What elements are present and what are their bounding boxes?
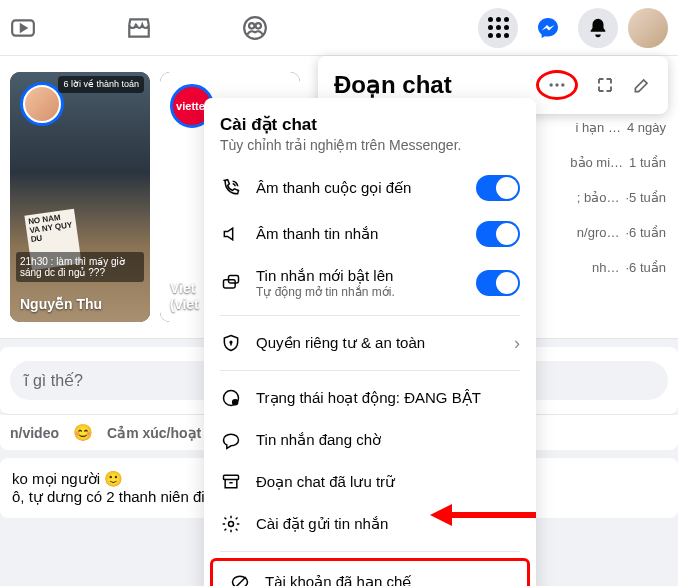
watch-icon[interactable] — [10, 15, 36, 41]
expand-icon[interactable] — [596, 76, 614, 94]
composer-video[interactable]: n/video — [10, 425, 59, 441]
setting-active-status[interactable]: Trạng thái hoạt động: ĐANG BẬT — [204, 377, 536, 419]
svg-point-11 — [233, 400, 238, 405]
topbar — [0, 0, 678, 56]
setting-archived[interactable]: Đoạn chat đã lưu trữ — [204, 461, 536, 503]
annotation-arrow-icon — [428, 498, 538, 532]
setting-label: Trạng thái hoạt động: ĐANG BẬT — [256, 389, 520, 407]
chat-options-button[interactable] — [536, 70, 578, 100]
svg-point-2 — [249, 23, 254, 28]
chat-title: Đoạn chat — [334, 71, 536, 99]
chevron-right-icon: › — [514, 333, 520, 354]
svg-point-3 — [256, 23, 261, 28]
chat-icon — [220, 429, 242, 451]
popup-icon — [220, 272, 242, 294]
setting-label: Âm thanh tin nhắn — [256, 225, 462, 243]
setting-restricted-accounts[interactable]: Tài khoản đã hạn chế — [213, 561, 527, 586]
setting-label: Tài khoản đã hạn chế — [265, 573, 511, 586]
setting-privacy[interactable]: Quyền riêng tư & an toàn › — [204, 322, 536, 364]
svg-marker-18 — [430, 504, 452, 526]
divider — [220, 370, 520, 371]
story-avatar-ring — [20, 82, 64, 126]
menu-button[interactable] — [478, 8, 518, 48]
restricted-icon — [229, 571, 251, 586]
story-overlay-text: 21h30 : làm thì mấy giờ sáng dc đi ngủ ?… — [16, 252, 144, 282]
story-author: Nguyễn Thu — [20, 296, 102, 312]
divider — [220, 315, 520, 316]
svg-line-14 — [235, 577, 246, 586]
settings-subtitle: Tùy chỉnh trải nghiệm trên Messenger. — [220, 137, 520, 153]
profile-avatar[interactable] — [628, 8, 668, 48]
svg-point-1 — [244, 17, 266, 39]
compose-icon[interactable] — [632, 75, 652, 95]
setting-label: Đoạn chat đã lưu trữ — [256, 473, 520, 491]
story-badge: 6 lời về thành toán — [58, 76, 144, 93]
svg-rect-7 — [224, 280, 236, 288]
archive-icon — [220, 471, 242, 493]
setting-label: Tin nhắn mới bật lên — [256, 267, 462, 285]
svg-rect-12 — [224, 475, 239, 479]
marketplace-icon[interactable] — [126, 15, 152, 41]
speaker-icon — [220, 223, 242, 245]
setting-sublabel: Tự động mở tin nhắn mới. — [256, 285, 462, 299]
setting-incoming-sound[interactable]: Âm thanh cuộc gọi đến — [204, 165, 536, 211]
shield-icon — [220, 332, 242, 354]
story-card[interactable]: 6 lời về thành toán NO NAM VA NY QUY DU … — [10, 72, 150, 322]
chat-thread[interactable]: n/gro…·6 tuần — [558, 215, 678, 250]
notifications-button[interactable] — [578, 8, 618, 48]
svg-point-4 — [550, 83, 553, 86]
story-author: Viet (viet — [170, 280, 199, 312]
feeling-icon: 😊 — [73, 423, 93, 442]
toggle-on[interactable] — [476, 270, 520, 296]
chat-thread[interactable]: ; bảo…·5 tuần — [558, 180, 678, 215]
active-status-icon — [220, 387, 242, 409]
chat-thread-list: i hạn …4 ngày bảo mi…1 tuần ; bảo…·5 tuầ… — [558, 110, 678, 285]
gear-icon — [220, 513, 242, 535]
toggle-on[interactable] — [476, 221, 520, 247]
svg-point-6 — [561, 83, 564, 86]
phone-icon — [220, 177, 242, 199]
svg-point-9 — [230, 341, 232, 343]
chat-thread[interactable]: nh…·6 tuần — [558, 250, 678, 285]
svg-point-5 — [555, 83, 558, 86]
groups-icon[interactable] — [242, 15, 268, 41]
setting-label: Tin nhắn đang chờ — [256, 431, 520, 449]
setting-label: Quyền riêng tư & an toàn — [256, 334, 500, 352]
setting-message-sound[interactable]: Âm thanh tin nhắn — [204, 211, 536, 257]
settings-title: Cài đặt chat — [220, 114, 520, 135]
toggle-on[interactable] — [476, 175, 520, 201]
chat-thread[interactable]: i hạn …4 ngày — [558, 110, 678, 145]
messenger-button[interactable] — [528, 8, 568, 48]
divider — [220, 551, 520, 552]
setting-popup-messages[interactable]: Tin nhắn mới bật lên Tự động mở tin nhắn… — [204, 257, 536, 309]
composer-feeling[interactable]: Cảm xúc/hoạt — [107, 425, 201, 441]
chat-thread[interactable]: bảo mi…1 tuần — [558, 145, 678, 180]
setting-pending-messages[interactable]: Tin nhắn đang chờ — [204, 419, 536, 461]
svg-point-13 — [229, 522, 234, 527]
setting-label: Âm thanh cuộc gọi đến — [256, 179, 462, 197]
